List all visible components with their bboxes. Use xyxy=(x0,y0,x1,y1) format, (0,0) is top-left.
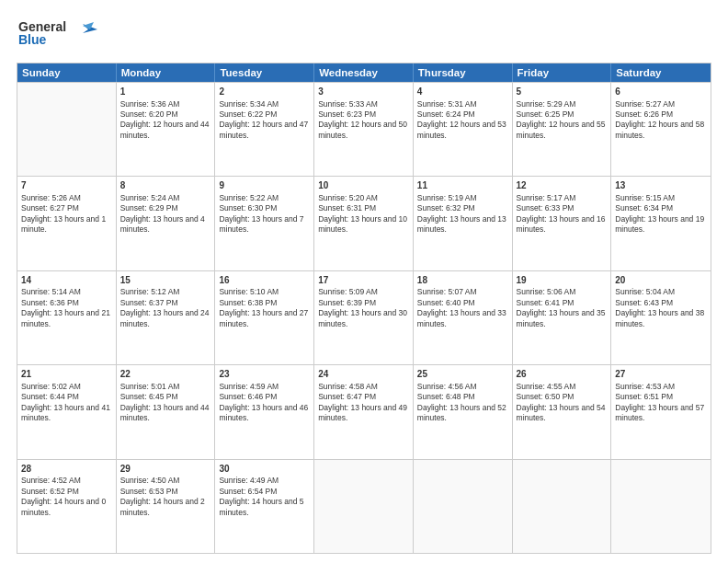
calendar-row-5: 28Sunrise: 4:52 AMSunset: 6:52 PMDayligh… xyxy=(17,459,711,553)
calendar-cell: 18Sunrise: 5:07 AMSunset: 6:40 PMDayligh… xyxy=(414,271,513,364)
sunset-text: Sunset: 6:44 PM xyxy=(21,392,79,401)
sunset-text: Sunset: 6:25 PM xyxy=(517,109,574,119)
daylight-text: Daylight: 14 hours and 2 minutes. xyxy=(120,497,205,516)
calendar-cell: 17Sunrise: 5:09 AMSunset: 6:39 PMDayligh… xyxy=(314,271,414,364)
day-of-week-saturday: Saturday xyxy=(611,63,711,82)
daylight-text: Daylight: 13 hours and 21 minutes. xyxy=(21,308,110,327)
day-number: 12 xyxy=(517,179,608,192)
calendar-cell: 27Sunrise: 4:53 AMSunset: 6:51 PMDayligh… xyxy=(611,365,711,458)
sunrise-text: Sunrise: 5:34 AM xyxy=(219,99,279,109)
daylight-text: Daylight: 12 hours and 47 minutes. xyxy=(219,120,308,139)
svg-text:Blue: Blue xyxy=(18,32,47,47)
day-number: 9 xyxy=(219,179,310,192)
sunrise-text: Sunrise: 5:33 AM xyxy=(318,99,378,109)
sunset-text: Sunset: 6:27 PM xyxy=(21,203,79,213)
daylight-text: Daylight: 13 hours and 30 minutes. xyxy=(318,308,407,327)
logo-text: General Blue xyxy=(17,17,99,55)
sunset-text: Sunset: 6:30 PM xyxy=(219,203,277,213)
sunset-text: Sunset: 6:47 PM xyxy=(318,392,376,401)
calendar-cell: 6Sunrise: 5:27 AMSunset: 6:26 PMDaylight… xyxy=(611,83,711,176)
calendar-header: SundayMondayTuesdayWednesdayThursdayFrid… xyxy=(17,63,711,82)
daylight-text: Daylight: 13 hours and 19 minutes. xyxy=(615,214,704,234)
calendar-cell xyxy=(17,83,117,176)
day-number: 24 xyxy=(318,368,409,381)
calendar-cell: 7Sunrise: 5:26 AMSunset: 6:27 PMDaylight… xyxy=(17,177,117,270)
sunrise-text: Sunrise: 5:07 AM xyxy=(417,287,477,296)
sunset-text: Sunset: 6:40 PM xyxy=(417,298,475,307)
sunrise-text: Sunrise: 5:14 AM xyxy=(21,287,81,296)
day-number: 21 xyxy=(21,368,112,381)
day-number: 19 xyxy=(517,274,608,287)
sunset-text: Sunset: 6:45 PM xyxy=(120,392,178,401)
day-number: 11 xyxy=(417,179,508,192)
daylight-text: Daylight: 13 hours and 13 minutes. xyxy=(417,214,506,234)
sunset-text: Sunset: 6:51 PM xyxy=(615,392,673,401)
sunset-text: Sunset: 6:32 PM xyxy=(417,203,475,213)
sunrise-text: Sunrise: 5:24 AM xyxy=(120,193,180,202)
sunset-text: Sunset: 6:43 PM xyxy=(615,298,673,307)
calendar-cell xyxy=(314,460,414,553)
sunrise-text: Sunrise: 5:31 AM xyxy=(417,99,477,109)
day-number: 17 xyxy=(318,274,409,287)
day-number: 7 xyxy=(21,179,112,192)
day-number: 27 xyxy=(615,368,707,381)
sunrise-text: Sunrise: 4:49 AM xyxy=(219,476,279,485)
sunrise-text: Sunrise: 4:53 AM xyxy=(615,382,675,391)
sunset-text: Sunset: 6:52 PM xyxy=(21,487,79,496)
sunset-text: Sunset: 6:29 PM xyxy=(120,203,178,213)
daylight-text: Daylight: 13 hours and 52 minutes. xyxy=(417,403,506,422)
calendar-cell: 25Sunrise: 4:56 AMSunset: 6:48 PMDayligh… xyxy=(414,365,513,458)
day-number: 8 xyxy=(120,179,211,192)
sunset-text: Sunset: 6:26 PM xyxy=(615,109,673,119)
sunset-text: Sunset: 6:36 PM xyxy=(21,298,79,307)
daylight-text: Daylight: 13 hours and 35 minutes. xyxy=(517,308,606,327)
calendar-row-3: 14Sunrise: 5:14 AMSunset: 6:36 PMDayligh… xyxy=(17,270,711,364)
sunset-text: Sunset: 6:46 PM xyxy=(219,392,277,401)
calendar-page: General Blue SundayMondayTuesdayWednesda… xyxy=(0,0,728,563)
calendar-cell: 16Sunrise: 5:10 AMSunset: 6:38 PMDayligh… xyxy=(215,271,314,364)
daylight-text: Daylight: 13 hours and 10 minutes. xyxy=(318,214,407,234)
calendar-cell: 10Sunrise: 5:20 AMSunset: 6:31 PMDayligh… xyxy=(314,177,414,270)
calendar-cell: 11Sunrise: 5:19 AMSunset: 6:32 PMDayligh… xyxy=(414,177,513,270)
sunrise-text: Sunrise: 5:22 AM xyxy=(219,193,279,202)
sunrise-text: Sunrise: 5:17 AM xyxy=(517,193,576,202)
day-number: 5 xyxy=(517,86,608,98)
sunset-text: Sunset: 6:50 PM xyxy=(517,392,574,401)
calendar-cell: 2Sunrise: 5:34 AMSunset: 6:22 PMDaylight… xyxy=(215,83,314,176)
sunrise-text: Sunrise: 5:02 AM xyxy=(21,382,81,391)
daylight-text: Daylight: 12 hours and 58 minutes. xyxy=(615,120,704,139)
daylight-text: Daylight: 13 hours and 46 minutes. xyxy=(219,403,308,422)
calendar-row-1: 1Sunrise: 5:36 AMSunset: 6:20 PMDaylight… xyxy=(17,82,711,176)
calendar-body: 1Sunrise: 5:36 AMSunset: 6:20 PMDaylight… xyxy=(17,82,711,553)
sunrise-text: Sunrise: 4:56 AM xyxy=(417,382,477,391)
day-number: 14 xyxy=(21,274,112,287)
daylight-text: Daylight: 13 hours and 49 minutes. xyxy=(318,403,407,422)
calendar-cell: 28Sunrise: 4:52 AMSunset: 6:52 PMDayligh… xyxy=(17,460,117,553)
sunrise-text: Sunrise: 5:19 AM xyxy=(417,193,477,202)
sunrise-text: Sunrise: 5:01 AM xyxy=(120,382,180,391)
calendar-cell: 23Sunrise: 4:59 AMSunset: 6:46 PMDayligh… xyxy=(215,365,314,458)
sunset-text: Sunset: 6:33 PM xyxy=(517,203,574,213)
sunset-text: Sunset: 6:38 PM xyxy=(219,298,277,307)
day-number: 2 xyxy=(219,86,310,98)
calendar-cell: 4Sunrise: 5:31 AMSunset: 6:24 PMDaylight… xyxy=(414,83,513,176)
day-of-week-tuesday: Tuesday xyxy=(215,63,314,82)
daylight-text: Daylight: 13 hours and 16 minutes. xyxy=(517,214,606,234)
day-number: 4 xyxy=(417,86,508,98)
sunrise-text: Sunrise: 5:10 AM xyxy=(219,287,279,296)
sunset-text: Sunset: 6:39 PM xyxy=(318,298,376,307)
calendar-cell: 8Sunrise: 5:24 AMSunset: 6:29 PMDaylight… xyxy=(117,177,216,270)
daylight-text: Daylight: 12 hours and 50 minutes. xyxy=(318,120,407,139)
calendar-cell xyxy=(513,460,612,553)
calendar-cell: 30Sunrise: 4:49 AMSunset: 6:54 PMDayligh… xyxy=(215,460,314,553)
sunset-text: Sunset: 6:23 PM xyxy=(318,109,376,119)
calendar-cell: 1Sunrise: 5:36 AMSunset: 6:20 PMDaylight… xyxy=(117,83,216,176)
sunrise-text: Sunrise: 4:59 AM xyxy=(219,382,279,391)
daylight-text: Daylight: 13 hours and 44 minutes. xyxy=(120,403,210,422)
calendar-cell: 19Sunrise: 5:06 AMSunset: 6:41 PMDayligh… xyxy=(513,271,612,364)
calendar-cell: 29Sunrise: 4:50 AMSunset: 6:53 PMDayligh… xyxy=(117,460,216,553)
daylight-text: Daylight: 12 hours and 55 minutes. xyxy=(517,120,606,139)
day-number: 28 xyxy=(21,463,112,476)
daylight-text: Daylight: 13 hours and 33 minutes. xyxy=(417,308,506,327)
daylight-text: Daylight: 13 hours and 57 minutes. xyxy=(615,403,704,422)
